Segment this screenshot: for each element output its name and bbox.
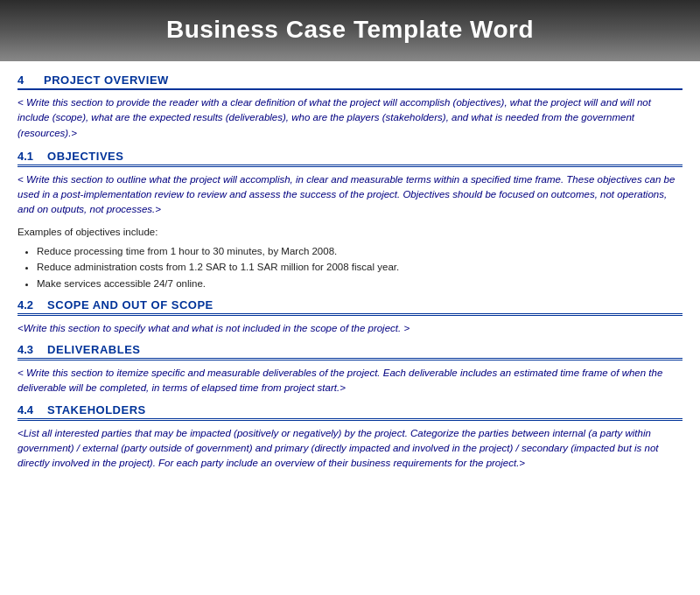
page-wrapper: Business Case Template Word 4 PROJECT OV… (0, 0, 700, 595)
section-4-4-header: 4.4 STAKEHOLDERS (18, 403, 682, 421)
section-4-2: 4.2 SCOPE AND OUT OF SCOPE <Write this s… (18, 298, 682, 336)
section-4-2-header: 4.2 SCOPE AND OUT OF SCOPE (18, 298, 682, 316)
section-4-3-header: 4.3 DELIVERABLES (18, 343, 682, 360)
section-4-1-header: 4.1 OBJECTIVES (18, 150, 682, 167)
content-area: 4 PROJECT OVERVIEW < Write this section … (0, 61, 700, 595)
section-4-3: 4.3 DELIVERABLES < Write this section to… (18, 343, 682, 396)
section-4-4-number: 4.4 (18, 403, 33, 416)
section-4-2-instruction: <Write this section to specify what and … (18, 321, 682, 336)
section-4-1-instruction: < Write this section to outline what the… (18, 172, 682, 218)
section-4-2-title: SCOPE AND OUT OF SCOPE (47, 298, 214, 312)
section-4-4: 4.4 STAKEHOLDERS <List all interested pa… (18, 403, 682, 472)
section-4: 4 PROJECT OVERVIEW < Write this section … (18, 74, 682, 141)
section-4-2-number: 4.2 (18, 298, 33, 312)
section-4-1: 4.1 OBJECTIVES < Write this section to o… (18, 150, 682, 291)
section-4-1-bullets: Reduce processing time from 1 hour to 30… (37, 243, 682, 291)
section-4-1-title: OBJECTIVES (47, 150, 123, 163)
bullet-3: Make services accessible 24/7 online. (37, 276, 682, 291)
section-4-4-instruction: <List all interested parties that may be… (18, 426, 682, 472)
bullet-2: Reduce administration costs from 1.2 SAR… (37, 259, 682, 275)
section-4-1-number: 4.1 (18, 150, 33, 163)
section-4-3-instruction: < Write this section to itemize specific… (18, 366, 682, 396)
section-4-header: 4 PROJECT OVERVIEW (18, 74, 682, 90)
section-4-4-title: STAKEHOLDERS (47, 403, 146, 416)
bullet-1: Reduce processing time from 1 hour to 30… (37, 243, 682, 259)
section-4-1-examples-intro: Examples of objectives include: (18, 225, 682, 240)
header: Business Case Template Word (0, 0, 700, 61)
section-4-title: PROJECT OVERVIEW (44, 74, 169, 87)
section-4-number: 4 (18, 74, 30, 87)
section-4-3-number: 4.3 (18, 343, 33, 356)
section-4-instruction: < Write this section to provide the read… (18, 95, 682, 141)
section-4-3-title: DELIVERABLES (47, 343, 140, 356)
page-title: Business Case Template Word (166, 16, 534, 43)
